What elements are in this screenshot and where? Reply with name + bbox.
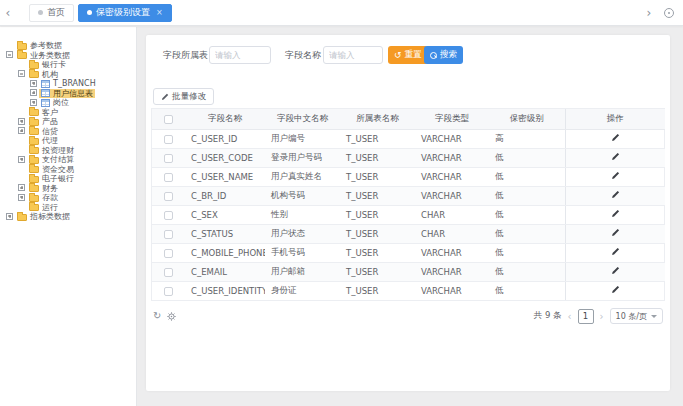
expand-icon[interactable] <box>30 99 37 106</box>
cell-table: T_USER <box>340 167 415 186</box>
tab-scroll-right-icon[interactable]: › <box>641 6 657 20</box>
table-row: C_STATUS用户状态T_USERCHAR低 <box>152 224 665 243</box>
table-row: C_USER_NAME用户真实姓名T_USERVARCHAR低 <box>152 167 665 186</box>
edit-icon[interactable] <box>611 152 620 161</box>
row-checkbox[interactable] <box>164 192 173 201</box>
edit-icon[interactable] <box>611 171 620 180</box>
chevron-down-icon <box>651 315 657 318</box>
prev-page-icon[interactable]: ‹ <box>568 311 572 322</box>
row-checkbox[interactable] <box>164 173 173 182</box>
cell-type: CHAR <box>415 205 489 224</box>
tree-item-label: 客户 <box>42 108 58 118</box>
page-size-select[interactable]: 10 条/页 <box>610 308 663 324</box>
expand-icon[interactable] <box>30 89 37 96</box>
tree-item-label: 投资理财 <box>42 146 74 156</box>
tree-item[interactable]: 信贷 <box>0 127 136 137</box>
tree-item[interactable]: 资金交易 <box>0 165 136 175</box>
expand-icon[interactable] <box>30 80 37 87</box>
tree-node-body: 投资理财 <box>27 146 76 156</box>
edit-icon[interactable] <box>611 133 620 142</box>
tree-item[interactable]: 指标类数据 <box>0 212 136 222</box>
expand-icon[interactable] <box>18 184 25 191</box>
tree-item[interactable]: 客户 <box>0 108 136 118</box>
row-checkbox[interactable] <box>164 135 173 144</box>
tree-item[interactable]: 用户信息表 <box>0 89 136 99</box>
folder-icon <box>29 195 39 202</box>
cell-table: T_USER <box>340 262 415 281</box>
search-button[interactable]: 搜索 <box>424 46 463 64</box>
tree-item[interactable]: 产品 <box>0 117 136 127</box>
tree-node-body: 岗位 <box>39 98 71 108</box>
tree-item[interactable]: 投资理财 <box>0 146 136 156</box>
field-name-label: 字段名称 <box>285 45 321 65</box>
row-checkbox[interactable] <box>164 287 173 296</box>
select-all-checkbox[interactable] <box>164 115 173 124</box>
folder-icon <box>17 214 27 221</box>
sidebar-tree-panel: 参考数据业务类数据银行卡机构T_BRANCH用户信息表岗位客户产品信贷代理投资理… <box>0 27 137 406</box>
edit-icon[interactable] <box>611 209 620 218</box>
folder-icon <box>29 204 39 211</box>
field-table-label: 字段所属表 <box>163 45 208 65</box>
tree-node-body: 用户信息表 <box>39 89 95 99</box>
refresh-icon[interactable]: ↻ <box>153 311 161 321</box>
edit-icon[interactable] <box>611 247 620 256</box>
tree-item[interactable]: 运行 <box>0 203 136 213</box>
tree-item[interactable]: 银行卡 <box>0 60 136 70</box>
row-checkbox[interactable] <box>164 249 173 258</box>
tree-item-label: 代理 <box>42 136 58 146</box>
row-checkbox[interactable] <box>164 154 173 163</box>
cell-name: C_USER_CODE <box>185 148 265 167</box>
edit-icon[interactable] <box>611 190 620 199</box>
tree-item[interactable]: 存款 <box>0 193 136 203</box>
collapse-icon[interactable] <box>6 51 13 58</box>
tree-item[interactable]: 电子银行 <box>0 174 136 184</box>
tab-home[interactable]: 首页 <box>29 4 74 22</box>
tree-item[interactable]: 代理 <box>0 136 136 146</box>
tree-node-body: 财务 <box>27 184 60 194</box>
tab-scroll-left-icon[interactable]: ‹ <box>0 6 16 20</box>
expand-icon[interactable] <box>6 213 13 220</box>
row-checkbox[interactable] <box>164 268 173 277</box>
cell-name: C_MOBILE_PHONE <box>185 243 265 262</box>
field-table-input[interactable] <box>209 46 271 64</box>
next-page-icon[interactable]: › <box>600 311 604 322</box>
tab-options-icon[interactable] <box>664 8 674 18</box>
tree-item[interactable]: 财务 <box>0 184 136 194</box>
row-checkbox[interactable] <box>164 211 173 220</box>
tree-item[interactable]: 业务类数据 <box>0 51 136 61</box>
tree-item[interactable]: 岗位 <box>0 98 136 108</box>
edit-icon[interactable] <box>611 285 620 294</box>
cell-cn: 性别 <box>265 205 340 224</box>
tab-active[interactable]: 保密级别设置 × <box>78 4 172 22</box>
row-checkbox[interactable] <box>164 230 173 239</box>
column-header: 保密级别 <box>489 109 565 129</box>
tree-node-body: 产品 <box>27 117 60 127</box>
column-settings-icon[interactable] <box>167 312 176 321</box>
tree-item[interactable]: 支付结算 <box>0 155 136 165</box>
tab-bar: ‹ 首页 保密级别设置 × › <box>0 0 683 26</box>
edit-icon[interactable] <box>611 266 620 275</box>
row-checkbox-cell <box>152 129 185 148</box>
expand-icon[interactable] <box>18 194 25 201</box>
batch-edit-button[interactable]: 批量修改 <box>153 88 214 105</box>
tree-item-label: 财务 <box>42 184 58 194</box>
tree-item[interactable]: T_BRANCH <box>0 79 136 89</box>
batch-edit-label: 批量修改 <box>172 91 206 103</box>
column-header: 所属表名称 <box>340 109 415 129</box>
collapse-icon[interactable] <box>18 70 25 77</box>
reset-button[interactable]: ↺ 重置 <box>388 46 428 64</box>
cell-level: 高 <box>489 129 565 148</box>
field-name-input[interactable] <box>323 46 383 64</box>
tab-close-icon[interactable]: × <box>156 8 163 17</box>
expand-icon[interactable] <box>18 156 25 163</box>
cell-type: VARCHAR <box>415 129 489 148</box>
row-checkbox-cell <box>152 186 185 205</box>
edit-icon[interactable] <box>611 228 620 237</box>
expand-icon[interactable] <box>18 127 25 134</box>
page-size-label: 10 条/页 <box>616 311 647 322</box>
reset-icon: ↺ <box>394 51 402 60</box>
tree-item[interactable]: 参考数据 <box>0 41 136 51</box>
page-number[interactable]: 1 <box>578 309 594 324</box>
expand-icon[interactable] <box>18 118 25 125</box>
tree-item[interactable]: 机构 <box>0 70 136 80</box>
